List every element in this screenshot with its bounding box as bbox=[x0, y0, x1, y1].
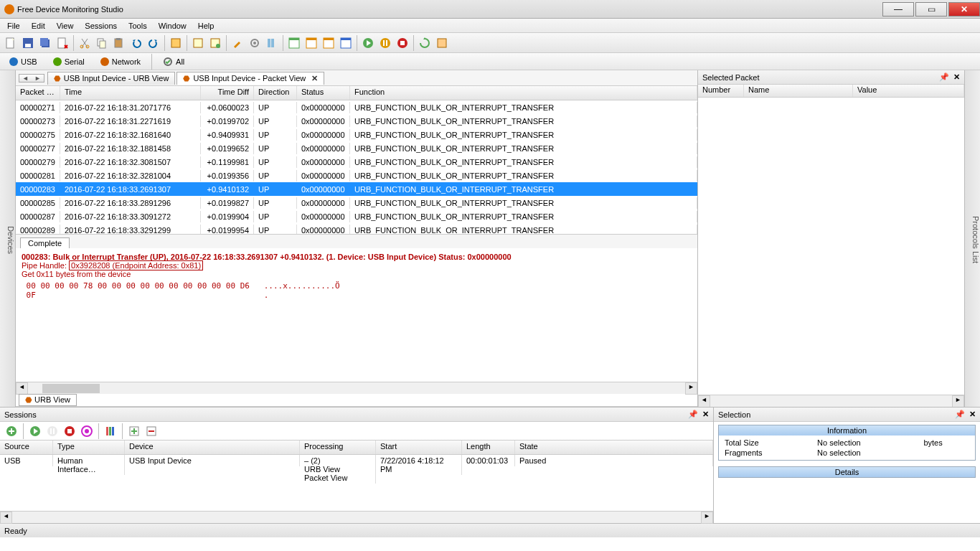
pipe-handle-link[interactable]: 0x3928208 (Endpoint Address: 0x81) bbox=[69, 260, 203, 270]
packet-grid-header: Packet … Time Time Diff Direction Status… bbox=[16, 86, 697, 100]
svg-rect-11 bbox=[116, 38, 121, 40]
tab-urb-view[interactable]: ⬣USB Input Device - URB View bbox=[47, 72, 176, 85]
session-stop-icon[interactable] bbox=[62, 424, 77, 438]
menu-help[interactable]: Help bbox=[198, 22, 215, 30]
close-panel-icon[interactable]: ✕ bbox=[953, 72, 960, 82]
packet-row[interactable]: 000002812016-07-22 16:18:32.3281004+0.01… bbox=[16, 169, 697, 182]
session-add-icon[interactable] bbox=[4, 424, 19, 438]
details-group: Details bbox=[718, 466, 976, 478]
pause-icon[interactable] bbox=[377, 35, 393, 51]
selected-packet-header: Selected Packet 📌 ✕ bbox=[698, 70, 964, 85]
session-record-icon[interactable] bbox=[80, 424, 94, 438]
packet-row[interactable]: 000002772016-07-22 16:18:32.1881458+0.01… bbox=[16, 141, 697, 155]
packet-row[interactable]: 000002892016-07-22 16:18:33.3291299+0.01… bbox=[16, 223, 697, 234]
selected-packet-hscroll[interactable]: ◄► bbox=[698, 395, 964, 407]
packet-row[interactable]: 000002732016-07-22 16:18:31.2271619+0.01… bbox=[16, 114, 697, 128]
menu-sessions[interactable]: Sessions bbox=[85, 22, 117, 30]
session-row[interactable]: USB Human Interface… USB Input Device – … bbox=[0, 455, 713, 484]
menu-edit[interactable]: Edit bbox=[32, 22, 45, 30]
svg-rect-42 bbox=[67, 429, 72, 433]
close-panel-icon[interactable]: ✕ bbox=[702, 410, 709, 419]
pin-icon[interactable]: 📌 bbox=[688, 410, 698, 419]
paste-icon[interactable] bbox=[111, 35, 127, 51]
svg-rect-40 bbox=[53, 428, 55, 434]
packet-row[interactable]: 000002752016-07-22 16:18:32.1681640+0.94… bbox=[16, 128, 697, 141]
cut-icon[interactable] bbox=[77, 35, 93, 51]
stop-icon[interactable] bbox=[395, 35, 410, 51]
brush-icon[interactable] bbox=[230, 35, 245, 51]
col-timediff[interactable]: Time Diff bbox=[201, 86, 254, 100]
new-icon[interactable] bbox=[3, 35, 19, 51]
minimize-button[interactable]: — bbox=[882, 2, 914, 17]
app-icon bbox=[4, 4, 14, 14]
filter-serial[interactable]: Serial bbox=[47, 55, 91, 68]
play-icon[interactable] bbox=[360, 35, 376, 51]
detail-tab-complete[interactable]: Complete bbox=[20, 237, 70, 248]
col-function[interactable]: Function bbox=[350, 86, 697, 100]
window-icon-1[interactable] bbox=[286, 35, 302, 51]
menu-window[interactable]: Window bbox=[159, 22, 187, 30]
tool-icon-3[interactable] bbox=[207, 35, 223, 51]
col-time[interactable]: Time bbox=[60, 86, 201, 100]
menu-tools[interactable]: Tools bbox=[128, 22, 147, 30]
tab-packet-view[interactable]: ⬣USB Input Device - Packet View✕ bbox=[176, 72, 324, 85]
close-button[interactable]: ✕ bbox=[948, 2, 980, 17]
svg-rect-27 bbox=[341, 38, 351, 40]
filter-all[interactable]: All bbox=[156, 55, 191, 69]
help-icon[interactable] bbox=[434, 35, 450, 51]
menu-bar: File Edit View Sessions Tools Window Hel… bbox=[0, 19, 980, 33]
selected-packet-columns: Number Name Value bbox=[698, 85, 964, 98]
svg-rect-21 bbox=[289, 38, 299, 40]
close-tab-icon[interactable]: ✕ bbox=[311, 74, 318, 83]
menu-file[interactable]: File bbox=[7, 22, 20, 30]
protocols-dock-tab[interactable]: Protocols List bbox=[964, 70, 980, 407]
session-minus-icon[interactable] bbox=[144, 424, 159, 438]
detail-hscroll[interactable]: ◄► bbox=[16, 382, 697, 394]
window-icon-2[interactable] bbox=[303, 35, 319, 51]
session-columns-icon[interactable] bbox=[103, 424, 118, 438]
maximize-button[interactable]: ▭ bbox=[915, 2, 947, 17]
packet-row[interactable]: 000002852016-07-22 16:18:33.2891296+0.01… bbox=[16, 196, 697, 209]
session-play-icon[interactable] bbox=[28, 424, 42, 438]
close-panel-icon[interactable]: ✕ bbox=[969, 410, 976, 419]
pin-icon[interactable]: 📌 bbox=[955, 410, 965, 419]
settings-icon[interactable] bbox=[247, 35, 263, 51]
svg-point-15 bbox=[216, 44, 220, 48]
packet-row[interactable]: 000002832016-07-22 16:18:33.2691307+0.94… bbox=[16, 182, 697, 196]
delete-icon[interactable] bbox=[55, 35, 70, 51]
tool-icon-1[interactable] bbox=[168, 35, 184, 51]
information-group: Information Total SizeNo selectionbytes … bbox=[718, 425, 976, 461]
columns-icon[interactable] bbox=[264, 35, 280, 51]
packet-row[interactable]: 000002712016-07-22 16:18:31.2071776+0.06… bbox=[16, 100, 697, 114]
session-pause-icon[interactable] bbox=[45, 424, 60, 438]
status-text: Ready bbox=[4, 527, 27, 535]
menu-view[interactable]: View bbox=[57, 22, 74, 30]
filter-network[interactable]: Network bbox=[94, 55, 147, 68]
refresh-icon[interactable] bbox=[417, 35, 433, 51]
col-status[interactable]: Status bbox=[297, 86, 350, 100]
col-direction[interactable]: Direction bbox=[254, 86, 297, 100]
main-toolbar bbox=[0, 33, 980, 53]
view-tabs: ◄► ⬣USB Input Device - URB View ⬣USB Inp… bbox=[16, 70, 697, 86]
col-packet[interactable]: Packet … bbox=[16, 86, 60, 100]
window-icon-4[interactable] bbox=[338, 35, 354, 51]
redo-icon[interactable] bbox=[146, 35, 161, 51]
sessions-hscroll[interactable]: ◄► bbox=[0, 511, 713, 523]
window-icon-3[interactable] bbox=[321, 35, 336, 51]
filter-usb[interactable]: USB bbox=[3, 55, 44, 68]
pin-icon[interactable]: 📌 bbox=[939, 72, 949, 82]
session-plus-icon[interactable] bbox=[127, 424, 141, 438]
packet-row[interactable]: 000002792016-07-22 16:18:32.3081507+0.11… bbox=[16, 155, 697, 169]
svg-point-7 bbox=[86, 45, 89, 48]
undo-icon[interactable] bbox=[128, 35, 144, 51]
devices-dock-tab[interactable]: Devices bbox=[0, 70, 16, 407]
bottom-tab-urb-view[interactable]: ⬣ URB View bbox=[19, 394, 77, 406]
copy-icon[interactable] bbox=[94, 35, 110, 51]
packet-row[interactable]: 000002872016-07-22 16:18:33.3091272+0.01… bbox=[16, 209, 697, 223]
tool-icon-2[interactable] bbox=[190, 35, 206, 51]
detail-pane[interactable]: 000283: Bulk or Interrupt Transfer (UP),… bbox=[16, 248, 697, 382]
tab-nav-arrows[interactable]: ◄► bbox=[19, 74, 44, 83]
save-all-icon[interactable] bbox=[37, 35, 53, 51]
save-icon[interactable] bbox=[20, 35, 36, 51]
packet-grid-body[interactable]: 000002712016-07-22 16:18:31.2071776+0.06… bbox=[16, 100, 697, 234]
